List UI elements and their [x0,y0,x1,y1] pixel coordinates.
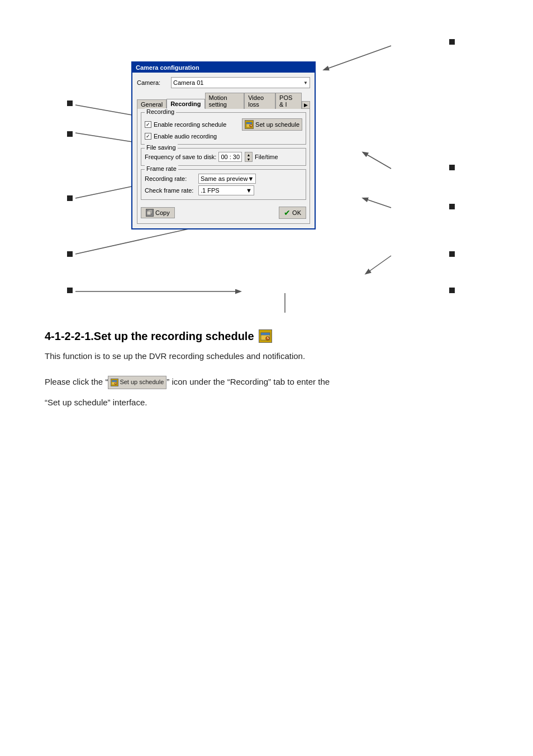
frame-rate-legend: Frame rate [145,165,178,172]
frequency-label: Frequency of save to disk: [145,154,216,160]
svg-line-6 [75,226,201,254]
recording-legend: Recording [145,108,176,115]
section-heading: 4-1-2-2-1.Set up the recording schedule [45,329,488,343]
ok-icon: ✔ [284,208,291,217]
inline-btn-label: Set up schedule [120,377,164,388]
time-value: 00 : 30 [221,154,240,160]
svg-rect-11 [246,122,252,124]
camera-config-dialog: Camera configuration Camera: Camera 01 ▼… [131,61,316,229]
enable-schedule-label: Enable recording schedule [154,121,226,128]
marker-right-2 [449,204,455,209]
enable-audio-row: ✓ Enable audio recording [145,133,302,140]
spinner-down[interactable]: ▼ [245,157,252,161]
recording-rate-value: Same as preview [201,175,248,182]
marker-bottom-right [449,288,455,293]
dialog-title: Camera configuration [136,64,199,71]
camera-value: Camera 01 [173,79,203,86]
tab-motion-setting[interactable]: Motion setting [205,93,245,109]
schedule-icon [245,120,254,129]
spinner-up[interactable]: ▲ [245,152,252,157]
enable-audio-checkbox[interactable]: ✓ [145,133,151,140]
dialog-buttons: Copy ✔ OK [141,203,306,220]
camera-label: Camera: [137,79,168,86]
heading-schedule-icon [259,329,272,343]
svg-rect-18 [261,333,270,335]
instruction-suffix: ” icon under the “Recording” tab to ente… [166,377,330,386]
recording-rate-select[interactable]: Same as preview ▼ [198,174,256,184]
tab-pos[interactable]: POS & I [275,93,302,109]
ok-button[interactable]: ✔ OK [279,207,306,219]
check-frame-row: Check frame rate: .1 FPS ▼ [145,185,302,195]
copy-icon [146,209,154,217]
marker-right-1 [449,165,455,170]
ok-label: OK [292,209,301,216]
enable-audio-label: Enable audio recording [154,133,217,140]
copy-label: Copy [155,209,170,216]
click-instruction: Please click the “ Set up schedule ” ico… [45,374,488,389]
recording-rate-label: Recording rate: [145,175,195,182]
section-description: This function is to se up the DVR record… [45,350,488,363]
inline-schedule-btn[interactable]: Set up schedule [108,376,166,389]
enable-schedule-checkbox[interactable]: ✓ [145,121,151,128]
check-frame-label: Check frame rate: [145,187,195,194]
marker-left-4 [67,251,73,257]
time-input[interactable]: 00 : 30 [218,152,242,162]
camera-row: Camera: Camera 01 ▼ [137,77,310,88]
setup-schedule-btn[interactable]: Set up schedule [242,118,302,131]
enable-schedule-row: ✓ Enable recording schedule [145,118,302,131]
tab-recording[interactable]: Recording [166,99,204,109]
tabs-row: General Recording Motion setting Video l… [137,93,310,109]
check-frame-arrow: ▼ [246,187,252,194]
marker-left-3 [67,195,73,201]
tab-video-loss[interactable]: Video loss [244,93,275,109]
svg-line-0 [324,46,391,70]
section-heading-text: 4-1-2-2-1.Set up the recording schedule [45,330,254,343]
marker-bottom-left [67,288,73,293]
dialog-area: Camera configuration Camera: Camera 01 ▼… [45,34,488,313]
tab-nav-btn[interactable]: ▶ [302,101,310,109]
check-frame-select[interactable]: .1 FPS ▼ [198,185,254,195]
setup-schedule-label: Set up schedule [255,121,299,128]
marker-top-right [449,39,455,45]
file-saving-row: Frequency of save to disk: 00 : 30 ▲ ▼ F… [145,151,302,163]
svg-line-4 [363,152,391,169]
marker-left-1 [67,101,73,106]
file-time-label: File/time [255,154,278,160]
camera-select[interactable]: Camera 01 ▼ [171,77,310,88]
select-arrow-icon: ▼ [303,80,308,85]
spinner-btns[interactable]: ▲ ▼ [245,152,253,162]
dialog-titlebar: Camera configuration [132,63,315,73]
tab-general[interactable]: General [137,99,166,109]
svg-rect-16 [147,211,151,215]
svg-line-8 [366,256,391,274]
file-saving-legend: File saving [145,144,178,151]
marker-left-2 [67,131,73,137]
recording-rate-arrow: ▼ [248,175,254,182]
file-saving-group: File saving Frequency of save to disk: 0… [141,148,306,166]
inline-schedule-icon [111,379,118,386]
recording-group: Recording ✓ Enable recording schedule [141,112,306,145]
frame-rate-group: Frame rate Recording rate: Same as previ… [141,169,306,200]
check-frame-value: .1 FPS [201,187,220,194]
recording-rate-row: Recording rate: Same as preview ▼ [145,174,302,184]
tab-panel: Recording ✓ Enable recording schedule [137,108,310,224]
copy-button[interactable]: Copy [141,207,175,218]
set-up-text: “Set up schedule” interface. [45,395,488,410]
instruction-prefix: Please click the “ [45,377,108,386]
svg-line-5 [363,198,391,208]
marker-right-3 [449,251,455,257]
svg-rect-23 [112,380,117,382]
